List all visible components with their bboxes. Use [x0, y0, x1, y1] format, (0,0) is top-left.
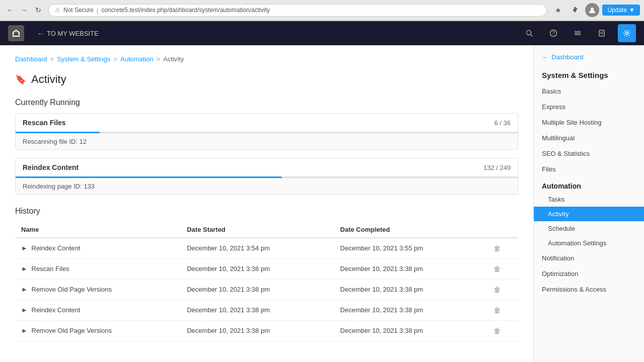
history-cell-actions: 🗑 [488, 280, 518, 300]
url-full: concrete5.test/index.php/dashboard/syste… [101, 7, 270, 14]
reload-button[interactable]: ↻ [32, 4, 44, 16]
sidebar-group-automation[interactable]: Automation [534, 177, 644, 192]
sidebar-sub-item-automation-settings[interactable]: Automation Settings [534, 236, 644, 250]
history-cell-completed: December 10, 2021 3:38 pm [334, 300, 488, 321]
breadcrumb-system-settings[interactable]: System & Settings [57, 55, 110, 63]
currently-running-section: Currently Running Rescan Files 6 / 36 Re… [15, 98, 518, 195]
history-task-name: Reindex Content [32, 244, 80, 252]
history-cell-completed: December 10, 2021 3:55 pm [334, 238, 488, 259]
history-task-name: Remove Old Page Versions [32, 286, 112, 293]
svg-point-11 [626, 32, 628, 35]
history-row: ► Remove Old Page Versions December 10, … [15, 280, 518, 300]
delete-button[interactable]: 🗑 [494, 265, 501, 273]
sidebar-item-files[interactable]: Files [534, 161, 644, 177]
history-task-name: Rescan Files [32, 265, 69, 273]
list-icon[interactable] [570, 25, 586, 41]
expand-icon[interactable]: ► [21, 265, 28, 273]
star-button[interactable]: ★ [551, 3, 565, 17]
delete-button[interactable]: 🗑 [494, 327, 501, 335]
history-cell-name: ► Remove Old Page Versions [15, 321, 181, 341]
history-cell-started: December 10, 2021 3:54 pm [181, 238, 334, 259]
history-cell-completed: December 10, 2021 3:38 pm [334, 259, 488, 280]
sidebar-item-permissions-&-access[interactable]: Permissions & Access [534, 282, 644, 297]
expand-icon[interactable]: ► [21, 244, 28, 252]
sidebar-item-optimization[interactable]: Optimization [534, 266, 644, 282]
sidebar-item-multiple-site-hosting[interactable]: Multiple Site Hosting [534, 115, 644, 130]
to-my-website-link[interactable]: ← TO MY WEBSITE [32, 27, 104, 40]
history-cell-name: ► Remove Old Page Versions [15, 280, 181, 300]
breadcrumb-dashboard[interactable]: Dashboard [15, 55, 47, 63]
svg-text:?: ? [552, 31, 555, 36]
page-title: Activity [31, 73, 66, 86]
expand-icon[interactable]: ► [21, 306, 28, 314]
back-button[interactable]: ← [4, 4, 16, 16]
browser-chrome: ← → ↻ ⚠ Not Secure | concrete5.test/inde… [0, 0, 644, 21]
settings-icon[interactable] [618, 24, 636, 42]
expand-icon[interactable]: ► [21, 286, 28, 293]
avatar [585, 3, 599, 17]
breadcrumb-automation[interactable]: Automation [120, 55, 153, 63]
extension-button[interactable] [568, 3, 582, 17]
history-cell-actions: 🗑 [488, 300, 518, 321]
svg-rect-5 [575, 31, 581, 32]
sidebar-section-title: System & Settings [534, 65, 644, 83]
logo-icon[interactable] [8, 25, 24, 41]
sidebar-back-link[interactable]: ← Dashboard [534, 45, 644, 65]
history-task-name: Reindex Content [32, 306, 80, 314]
history-row: ► Rescan Files December 10, 2021 3:38 pm… [15, 259, 518, 280]
svg-point-1 [527, 31, 531, 35]
delete-button[interactable]: 🗑 [494, 286, 501, 294]
col-actions [488, 222, 518, 238]
sidebar-items-container: BasicsExpressMultiple Site HostingMultil… [534, 83, 644, 297]
svg-line-2 [531, 35, 533, 37]
history-table-body: ► Reindex Content December 10, 2021 3:54… [15, 238, 518, 341]
history-task-name: Remove Old Page Versions [32, 327, 112, 334]
task-header-rescan: Rescan Files 6 / 36 [16, 114, 518, 132]
expand-icon[interactable]: ► [21, 327, 28, 334]
history-cell-actions: 🗑 [488, 321, 518, 341]
url-separator: | [97, 7, 98, 14]
content-area: Dashboard > System & Settings > Automati… [0, 45, 533, 362]
address-bar[interactable]: ⚠ Not Secure | concrete5.test/index.php/… [48, 4, 547, 17]
history-row: ► Remove Old Page Versions December 10, … [15, 321, 518, 341]
sidebar-back-arrow: ← [542, 53, 548, 61]
search-icon[interactable] [521, 25, 537, 41]
delete-button[interactable]: 🗑 [494, 306, 501, 314]
history-row: ► Reindex Content December 10, 2021 3:54… [15, 238, 518, 259]
history-cell-started: December 10, 2021 3:38 pm [181, 321, 334, 341]
col-date-started: Date Started [181, 222, 334, 238]
sidebar-item-seo-&-statistics[interactable]: SEO & Statistics [534, 146, 644, 161]
history-row: ► Reindex Content December 10, 2021 3:38… [15, 300, 518, 321]
nav-buttons: ← → ↻ [4, 4, 44, 16]
breadcrumb-sep-1: > [50, 55, 54, 63]
svg-rect-6 [575, 33, 581, 34]
history-table: Name Date Started Date Completed ► Reind… [15, 222, 518, 341]
sidebar: ← Dashboard System & Settings BasicsExpr… [533, 45, 644, 362]
history-table-header-row: Name Date Started Date Completed [15, 222, 518, 238]
history-cell-actions: 🗑 [488, 259, 518, 280]
task-card-reindex: Reindex Content 132 / 249 Reindexing pag… [15, 158, 518, 195]
update-button[interactable]: Update ▼ [602, 5, 640, 16]
sidebar-item-notification[interactable]: Notification [534, 250, 644, 266]
pages-icon[interactable] [594, 25, 610, 41]
sidebar-item-multilingual[interactable]: Multilingual [534, 130, 644, 146]
task-name-rescan: Rescan Files [23, 119, 66, 127]
sidebar-sub-item-activity[interactable]: Activity [534, 207, 644, 221]
task-card-rescan-files: Rescan Files 6 / 36 Rescanning file ID: … [15, 113, 518, 150]
sidebar-item-express[interactable]: Express [534, 99, 644, 115]
history-cell-completed: December 10, 2021 3:38 pm [334, 280, 488, 300]
delete-button[interactable]: 🗑 [494, 244, 501, 252]
sidebar-sub-item-schedule[interactable]: Schedule [534, 221, 644, 236]
forward-button[interactable]: → [18, 4, 30, 16]
page-header: 🔖 Activity [15, 73, 518, 86]
svg-rect-7 [575, 34, 581, 35]
breadcrumb-sep-3: > [156, 55, 160, 63]
sidebar-sub-item-tasks[interactable]: Tasks [534, 192, 644, 207]
task-header-reindex: Reindex Content 132 / 249 [16, 158, 518, 176]
history-section: History Name Date Started Date Completed… [15, 207, 518, 341]
breadcrumb-current: Activity [163, 55, 184, 63]
bookmark-icon: 🔖 [15, 74, 26, 85]
help-icon[interactable]: ? [545, 25, 561, 41]
top-nav: ← TO MY WEBSITE ? [0, 21, 644, 45]
sidebar-item-basics[interactable]: Basics [534, 83, 644, 99]
